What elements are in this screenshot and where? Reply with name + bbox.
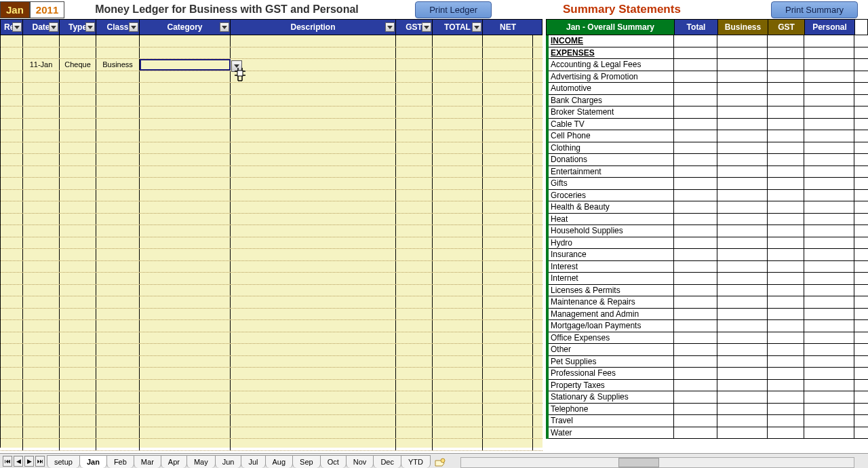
tab-apr[interactable]: Apr [161, 455, 187, 468]
summary-row[interactable]: Broker Statement [549, 106, 868, 119]
print-summary-button[interactable]: Print Summary [771, 1, 858, 18]
ledger-row[interactable] [1, 95, 542, 107]
ledger-row[interactable] [1, 273, 542, 285]
summary-row[interactable]: Internet [549, 273, 868, 285]
tab-nav-prev-icon[interactable]: ◀ [14, 456, 23, 467]
category-dropdown-icon[interactable] [231, 60, 242, 72]
ledger-row[interactable] [1, 344, 542, 356]
summary-row[interactable]: Insurance [549, 249, 868, 261]
ledger-row[interactable] [1, 178, 542, 190]
tab-sep[interactable]: Sep [292, 455, 321, 468]
ledger-row[interactable] [1, 427, 542, 440]
summary-row[interactable]: Maintenance & Repairs [549, 296, 868, 309]
tab-ytd[interactable]: YTD [401, 455, 431, 468]
ledger-row[interactable] [1, 249, 542, 261]
summary-row[interactable]: Management and Admin [549, 309, 868, 321]
ledger-row[interactable] [1, 415, 542, 427]
summary-row[interactable]: Accounting & Legal Fees [549, 59, 868, 71]
ledger-row[interactable] [1, 309, 542, 321]
ledger-row[interactable] [1, 166, 542, 178]
ledger-row[interactable] [1, 285, 542, 297]
ledger-grid[interactable]: 11-JanChequeBusiness [0, 35, 542, 448]
summary-row[interactable]: INCOME [549, 35, 868, 47]
summary-row[interactable]: Cell Phone [549, 130, 868, 142]
ledger-row[interactable] [1, 214, 542, 226]
tab-oct[interactable]: Oct [320, 455, 347, 468]
summary-row[interactable]: Donations [549, 154, 868, 166]
ledger-row[interactable] [1, 190, 542, 202]
tab-nov[interactable]: Nov [346, 455, 374, 468]
ledger-row[interactable] [1, 380, 542, 392]
tab-dec[interactable]: Dec [373, 455, 401, 468]
summary-row[interactable]: Advertising & Promotion [549, 71, 868, 83]
ledger-row[interactable] [1, 47, 542, 60]
tab-may[interactable]: May [186, 455, 216, 468]
filter-date-icon[interactable] [49, 22, 58, 32]
ledger-row[interactable] [1, 35, 542, 47]
filter-total-icon[interactable] [472, 22, 481, 32]
filter-description-icon[interactable] [385, 22, 395, 32]
summary-row[interactable]: Gifts [549, 178, 868, 190]
summary-row[interactable]: Interest [549, 261, 868, 273]
print-ledger-button[interactable]: Print Ledger [415, 1, 492, 18]
ledger-row[interactable] [1, 106, 542, 119]
summary-row[interactable]: Automotive [549, 83, 868, 95]
summary-row[interactable]: Telephone [549, 404, 868, 416]
ledger-row[interactable] [1, 439, 542, 451]
ledger-row[interactable] [1, 356, 542, 368]
tab-jan[interactable]: Jan [79, 455, 107, 468]
ledger-row[interactable] [1, 142, 542, 155]
summary-row[interactable]: Cable TV [549, 119, 868, 131]
summary-row[interactable]: Water [549, 427, 868, 440]
filter-category-icon[interactable] [220, 22, 229, 32]
tab-feb[interactable]: Feb [106, 455, 134, 468]
tab-setup[interactable]: setup [47, 455, 80, 468]
ledger-row[interactable] [1, 391, 542, 404]
ledger-row[interactable] [1, 83, 542, 95]
ledger-row[interactable] [1, 261, 542, 273]
summary-row[interactable]: Bank Charges [549, 95, 868, 107]
ledger-row[interactable] [1, 225, 542, 237]
summary-row[interactable]: Groceries [549, 190, 868, 202]
tab-nav-last-icon[interactable]: ⏭ [35, 456, 45, 467]
summary-row[interactable]: Travel [549, 415, 868, 427]
filter-gst-icon[interactable] [422, 22, 431, 32]
ledger-row[interactable] [1, 404, 542, 416]
tab-aug[interactable]: Aug [265, 455, 294, 468]
ledger-row[interactable] [1, 296, 542, 309]
horizontal-scrollbar[interactable] [460, 457, 854, 468]
ledger-row[interactable] [1, 237, 542, 250]
summary-row[interactable]: Household Supplies [549, 225, 868, 237]
summary-row[interactable]: Other [549, 344, 868, 356]
tab-jun[interactable]: Jun [215, 455, 242, 468]
ledger-row[interactable] [1, 130, 542, 142]
summary-row[interactable]: Heat [549, 214, 868, 226]
summary-row[interactable]: Health & Beauty [549, 201, 868, 214]
tab-jul[interactable]: Jul [241, 455, 265, 468]
summary-row[interactable]: Licenses & Permits [549, 285, 868, 297]
filter-type-icon[interactable] [85, 22, 95, 32]
summary-row[interactable]: Pet Supplies [549, 356, 868, 368]
summary-row[interactable]: Professional Fees [549, 368, 868, 380]
summary-row[interactable]: Property Taxes [549, 380, 868, 392]
ledger-row[interactable]: 11-JanChequeBusiness [1, 59, 542, 71]
summary-row[interactable]: EXPENSES [549, 47, 868, 60]
summary-grid[interactable]: INCOMEEXPENSESAccounting & Legal FeesAdv… [546, 35, 868, 439]
ledger-row[interactable] [1, 71, 542, 83]
tab-nav-first-icon[interactable]: ⏮ [3, 456, 12, 467]
summary-row[interactable]: Entertainment [549, 166, 868, 178]
filter-rec-icon[interactable] [12, 22, 22, 32]
tab-mar[interactable]: Mar [134, 455, 161, 468]
ledger-row[interactable] [1, 368, 542, 380]
summary-row[interactable]: Hydro [549, 237, 868, 250]
ledger-row[interactable] [1, 332, 542, 345]
summary-row[interactable]: Mortgage/loan Payments [549, 320, 868, 332]
ledger-row[interactable] [1, 201, 542, 214]
tab-nav-next-icon[interactable]: ▶ [24, 456, 34, 467]
new-sheet-icon[interactable] [433, 457, 447, 468]
scrollbar-thumb[interactable] [618, 458, 659, 467]
summary-row[interactable]: Stationary & Supplies [549, 391, 868, 404]
summary-row[interactable]: Clothing [549, 142, 868, 155]
summary-row[interactable]: Office Expenses [549, 332, 868, 345]
filter-class-icon[interactable] [129, 22, 138, 32]
